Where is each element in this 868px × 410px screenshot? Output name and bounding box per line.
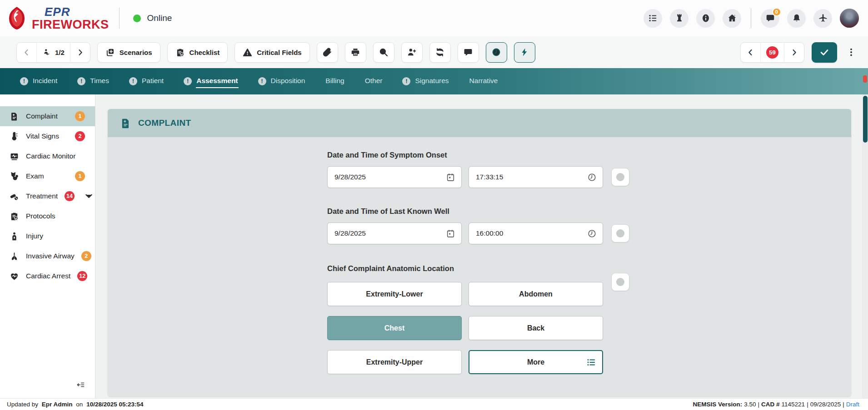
tab-narrative[interactable]: Narrative [469,68,499,94]
alert-icon: ! [20,77,28,85]
draft-status-link[interactable]: Draft [846,401,859,408]
list-menu-button[interactable] [644,9,662,28]
search-button[interactable] [373,42,394,63]
treatment-badge: 14 [65,191,75,201]
messages-button[interactable]: 0 [761,9,779,28]
quick-actions-button[interactable] [514,42,535,63]
critical-fields-button[interactable]: Critical Fields [234,42,309,63]
top-header-bar: EPR FIREWORKS Online 0 [0,0,868,36]
sidebar-item-invasive-airway[interactable]: Invasive Airway 2 [0,246,95,266]
info-button[interactable] [696,9,715,28]
flight-mode-button[interactable] [813,9,832,28]
complaint-section-body: Date and Time of Symptom Onset 9/28/2025… [108,137,851,396]
anatomic-location-pertinent-negative-button[interactable] [611,273,629,291]
checklist-button[interactable]: Checklist [167,42,228,63]
location-button-abdomen[interactable]: Abdomen [469,282,603,306]
location-button-chest[interactable]: Chest [327,316,462,340]
warning-triangle-icon [243,48,252,57]
sidebar-item-exam[interactable]: Exam 1 [0,166,95,186]
location-more-button[interactable]: More [469,350,603,374]
sidebar-item-cardiac-arrest[interactable]: Cardiac Arrest 12 [0,266,95,286]
tab-incident[interactable]: !Incident [20,68,58,94]
anatomic-location-label: Chief Complaint Anatomic Location [327,264,629,273]
empty-status-dot [616,229,624,237]
tab-patient[interactable]: !Patient [129,68,164,94]
main-content: COMPLAINT Date and Time of Symptom Onset… [95,94,868,398]
page-scrollbar[interactable] [862,94,868,398]
tab-times[interactable]: !Times [77,68,110,94]
sync-button[interactable] [429,42,451,63]
invasive-airway-badge: 2 [81,251,91,261]
tower-button[interactable] [670,9,688,28]
chevron-down-icon [84,191,94,201]
airplane-icon [818,13,828,23]
online-status: Online [133,13,172,23]
header-divider [119,8,120,29]
scrollbar-thumb[interactable] [863,96,868,143]
collapse-sidebar-button[interactable] [76,380,85,391]
location-button-extremity-upper[interactable]: Extremity-Upper [327,350,462,374]
lungs-icon [10,252,19,261]
empty-status-dot [616,173,624,181]
lightning-icon [519,47,529,57]
user-avatar[interactable] [840,9,859,28]
notifications-button[interactable] [787,9,806,28]
add-crew-button[interactable] [401,42,423,63]
record-position[interactable]: 1/2 [36,43,70,62]
alert-icon: ! [184,77,192,85]
stethoscope-icon [10,172,19,181]
sidebar-item-cardiac-monitor[interactable]: Cardiac Monitor [0,146,95,166]
previous-issue-button[interactable] [741,43,760,62]
critical-field-scroll-marker [863,75,867,83]
complaint-section-header: COMPLAINT [108,109,851,137]
alert-icon: ! [77,77,85,85]
print-button[interactable] [345,42,366,63]
symptom-onset-time-input[interactable]: 17:33:15 [469,166,603,188]
next-issue-button[interactable] [784,43,804,62]
tab-signatures[interactable]: !Signatures [402,68,449,94]
alert-icon: ! [129,77,137,85]
location-button-back[interactable]: Back [469,316,603,340]
checklist-icon [175,48,185,57]
sidebar-item-protocols[interactable]: Protocols [0,206,95,226]
injury-person-icon [10,232,19,241]
last-known-well-label: Date and Time of Last Known Well [327,207,629,216]
sidebar-item-complaint[interactable]: Complaint 1 [0,106,95,126]
symptom-onset-pertinent-negative-button[interactable] [611,168,629,186]
comments-button[interactable] [458,42,479,63]
messages-count-badge: 0 [772,8,781,16]
tab-assessment[interactable]: !Assessment [184,68,238,94]
collapse-sidebar-icon [76,380,85,389]
sidebar-item-injury[interactable]: Injury [0,226,95,246]
validation-count[interactable]: 59 [760,43,784,62]
last-known-well-pertinent-negative-button[interactable] [611,224,629,242]
record-meta-text: NEMSIS Version: 3.50 | CAD # 1145221 | 0… [693,401,861,408]
time-tracking-button[interactable] [486,42,507,63]
critical-fields-label: Critical Fields [257,49,301,56]
last-known-well-date-input[interactable]: 9/28/2025 [327,222,462,244]
previous-record-button[interactable] [17,43,36,62]
tab-billing[interactable]: Billing [325,68,344,94]
more-options-button[interactable] [844,42,858,63]
tab-disposition[interactable]: !Disposition [258,68,306,94]
last-known-well-time-input[interactable]: 16:00:00 [469,222,603,244]
sidebar-item-treatment[interactable]: Treatment 14 [0,186,95,206]
tab-other[interactable]: Other [364,68,383,94]
attachments-button[interactable] [317,42,338,63]
next-record-button[interactable] [70,43,90,62]
location-button-extremity-lower[interactable]: Extremity-Lower [327,282,462,306]
symptom-onset-date-input[interactable]: 9/28/2025 [327,166,462,188]
home-button[interactable] [723,9,741,28]
exam-badge: 1 [75,171,85,181]
assessment-sidebar: Complaint 1 Vital Signs 2 Cardiac Monito… [0,94,95,398]
save-record-button[interactable] [812,42,837,63]
calendar-icon [446,229,455,238]
nemsis-version: 3.50 [744,401,756,408]
record-pager: 1/2 [16,42,90,63]
sidebar-item-vital-signs[interactable]: Vital Signs 2 [0,126,95,146]
scenarios-button[interactable]: Scenarios [97,42,160,63]
person-add-icon [407,47,417,57]
last-updated-text: Updated by Epr Admin on 10/28/2025 05:23… [7,401,145,408]
scenarios-label: Scenarios [120,49,152,56]
clock-icon [491,47,501,57]
